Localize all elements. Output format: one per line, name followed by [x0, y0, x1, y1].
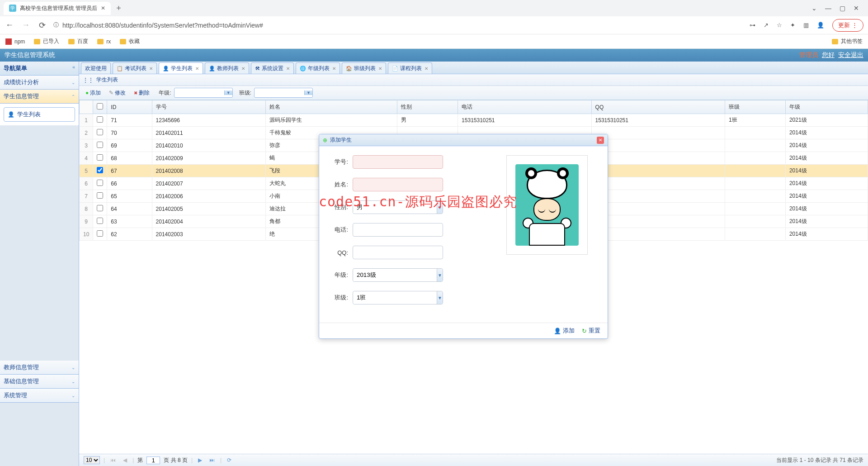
col-header[interactable]: 姓名: [266, 100, 397, 114]
update-button[interactable]: 更新⋮: [832, 19, 863, 32]
back-button[interactable]: ←: [5, 20, 14, 30]
close-icon[interactable]: ✕: [425, 66, 428, 71]
sn-field[interactable]: [353, 155, 443, 169]
dropdown-arrow-icon[interactable]: ▼: [437, 269, 443, 281]
tab-教师列表[interactable]: 👤教师列表✕: [205, 62, 249, 74]
tab-考试列表[interactable]: 📋考试列表✕: [113, 62, 157, 74]
table-row[interactable]: 17112345696源码乐园学生男1531531025115315310251…: [80, 114, 868, 127]
close-icon[interactable]: ✕: [286, 66, 290, 71]
grade-input[interactable]: [353, 269, 437, 281]
new-tab-button[interactable]: +: [116, 4, 121, 13]
name-field[interactable]: [353, 178, 443, 191]
close-icon[interactable]: ✕: [378, 66, 382, 71]
dialog-close-button[interactable]: ✕: [597, 137, 604, 144]
sidebar-link-student-list[interactable]: 学生列表: [4, 107, 75, 122]
key-icon[interactable]: ⊶: [750, 22, 755, 29]
first-page-button[interactable]: ⏮: [108, 457, 118, 463]
tab-班级列表[interactable]: 🏠班级列表✕: [342, 62, 386, 74]
collapse-icon[interactable]: «: [72, 64, 75, 72]
dropdown-arrow-icon[interactable]: ▼: [224, 90, 232, 95]
page-number-input[interactable]: [146, 456, 160, 464]
forward-button[interactable]: →: [21, 20, 31, 30]
sidebar-item-basic[interactable]: 基础信息管理 ⌄: [0, 375, 79, 389]
profile-icon[interactable]: 👤: [817, 22, 824, 29]
class-input[interactable]: [353, 291, 437, 304]
bookmark-other[interactable]: 其他书签: [832, 38, 863, 45]
col-header[interactable]: 年级: [785, 100, 868, 114]
tab-课程列表[interactable]: 📄课程列表✕: [388, 62, 432, 74]
minimize-icon[interactable]: —: [825, 5, 831, 12]
tab-学生列表[interactable]: 👤学生列表✕: [159, 62, 203, 74]
sex-input[interactable]: [353, 201, 437, 214]
close-icon[interactable]: ✕: [332, 66, 336, 71]
browser-tab[interactable]: 学 高校学生信息管理系统 管理员后 ✕: [4, 2, 111, 15]
select-all-checkbox[interactable]: [97, 103, 103, 109]
tab-label: 考试列表: [125, 65, 146, 72]
row-checkbox[interactable]: [97, 205, 103, 211]
next-page-button[interactable]: ▶: [196, 457, 204, 463]
bookmark-npm[interactable]: npm: [5, 38, 25, 45]
bookmark-fav[interactable]: 收藏: [120, 38, 140, 45]
tel-field[interactable]: [353, 223, 443, 237]
col-header[interactable]: 班级: [725, 100, 785, 114]
delete-button[interactable]: 删除: [131, 88, 152, 98]
sidebar-toggle-icon[interactable]: ▥: [803, 22, 809, 29]
col-header[interactable]: 学号: [152, 100, 266, 114]
page-size-select[interactable]: 10: [84, 456, 100, 464]
tab-系统设置[interactable]: 🛠系统设置✕: [251, 62, 294, 74]
sidebar-item-stats[interactable]: 成绩统计分析 ⌄: [0, 76, 79, 90]
prev-page-button[interactable]: ◀: [121, 457, 129, 463]
grade-combo[interactable]: ▼: [353, 268, 443, 282]
row-checkbox[interactable]: [97, 180, 103, 186]
bookmark-imported[interactable]: 已导入: [34, 38, 59, 45]
row-checkbox[interactable]: [97, 192, 103, 199]
sidebar-item-student[interactable]: 学生信息管理 ⌃: [0, 90, 79, 104]
extension-icon[interactable]: ✦: [790, 22, 795, 29]
add-button[interactable]: 添加: [83, 88, 104, 98]
row-checkbox[interactable]: [97, 142, 103, 148]
class-filter-input[interactable]: [255, 89, 304, 97]
grade-filter-combo[interactable]: ▼: [174, 88, 233, 98]
col-header[interactable]: QQ: [591, 100, 725, 114]
row-checkbox[interactable]: [97, 154, 103, 161]
close-icon[interactable]: ✕: [241, 66, 245, 71]
tab-欢迎使用[interactable]: 欢迎使用: [81, 62, 111, 74]
col-header[interactable]: 电话: [458, 100, 591, 114]
dropdown-icon[interactable]: ⌄: [811, 5, 817, 12]
sidebar-item-system[interactable]: 系统管理 ⌄: [0, 389, 79, 403]
col-header[interactable]: ID: [107, 100, 152, 114]
row-checkbox[interactable]: [97, 218, 103, 224]
dialog-add-button[interactable]: 👤添加: [554, 327, 575, 335]
star-icon[interactable]: ☆: [777, 22, 782, 29]
row-checkbox[interactable]: [97, 116, 103, 123]
dropdown-arrow-icon[interactable]: ▼: [304, 90, 312, 95]
maximize-icon[interactable]: ▢: [840, 5, 845, 12]
sex-combo[interactable]: ▼: [353, 200, 443, 214]
class-combo[interactable]: ▼: [353, 291, 443, 304]
dialog-reset-button[interactable]: ↻重置: [582, 327, 600, 335]
close-icon[interactable]: ✕: [101, 5, 105, 11]
refresh-button[interactable]: ⟳: [225, 457, 233, 463]
row-checkbox[interactable]: [97, 129, 103, 135]
row-checkbox[interactable]: [97, 230, 103, 237]
logout-link[interactable]: 安全退出: [838, 51, 863, 59]
edit-button[interactable]: 修改: [106, 88, 128, 98]
grade-filter-input[interactable]: [175, 89, 224, 97]
bookmark-rx[interactable]: rx: [97, 38, 111, 45]
close-icon[interactable]: ✕: [149, 66, 153, 71]
class-filter-combo[interactable]: ▼: [254, 88, 313, 98]
last-page-button[interactable]: ⏭: [208, 457, 217, 463]
share-icon[interactable]: ↗: [764, 22, 769, 29]
dropdown-arrow-icon[interactable]: ▼: [437, 291, 443, 304]
sidebar-item-teacher[interactable]: 教师信息管理 ⌄: [0, 361, 79, 375]
reload-button[interactable]: ⟳: [37, 20, 47, 30]
qq-field[interactable]: [353, 246, 443, 259]
dropdown-arrow-icon[interactable]: ▼: [437, 201, 443, 214]
close-icon[interactable]: ✕: [195, 66, 199, 71]
col-header[interactable]: 性别: [397, 100, 458, 114]
url-bar[interactable]: ⓘ http://localhost:8080/studentinfo/Syst…: [53, 21, 743, 29]
close-window-icon[interactable]: ✕: [854, 5, 859, 12]
bookmark-baidu[interactable]: 百度: [68, 38, 88, 45]
tab-年级列表[interactable]: 🌐年级列表✕: [296, 62, 340, 74]
row-checkbox[interactable]: [97, 167, 103, 173]
